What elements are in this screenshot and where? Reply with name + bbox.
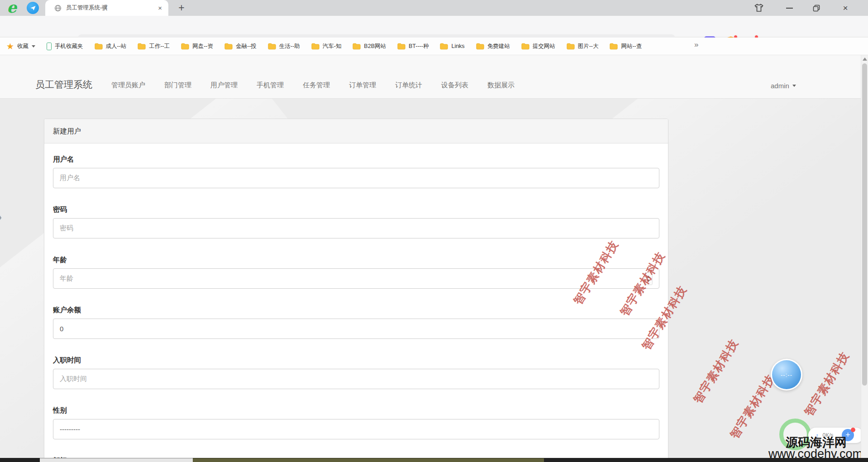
form-group: 用户名用户名 — [53, 154, 659, 188]
navbar-link[interactable]: 用户管理 — [210, 81, 238, 90]
bookmark-folder[interactable]: 网站--查 — [610, 43, 642, 50]
paper-plane-icon[interactable] — [27, 2, 39, 14]
input-field[interactable]: 入职时间 — [53, 369, 659, 389]
folder-icon — [268, 43, 276, 50]
floating-clock-widget[interactable]: --:-- — [771, 359, 802, 391]
folder-icon — [181, 43, 189, 50]
bookmark-folder[interactable]: 生活--助 — [268, 43, 300, 50]
folder-icon — [610, 43, 618, 50]
new-tab-button[interactable]: + — [175, 1, 188, 14]
folder-icon — [521, 43, 529, 50]
favorites-button[interactable]: ★ 收藏 — [6, 42, 35, 51]
bookmark-folder[interactable]: 成人--站 — [95, 43, 127, 50]
scroll-up-arrow-icon[interactable] — [863, 57, 867, 61]
field-label: 用户名 — [53, 154, 659, 164]
navbar-links: 管理员账户部门管理用户管理手机管理任务管理订单管理订单统计设备列表数据展示 — [111, 81, 515, 90]
bookmark-folder[interactable]: 工作--工 — [138, 43, 170, 50]
select-field[interactable]: --------- — [53, 419, 659, 439]
folder-icon — [224, 43, 233, 50]
caret-down-icon — [32, 45, 35, 48]
input-field[interactable]: 用户名 — [53, 168, 659, 188]
folder-icon — [476, 43, 484, 50]
folder-icon — [397, 43, 405, 50]
navbar-link[interactable]: 订单统计 — [395, 81, 422, 90]
input-field[interactable]: 密码 — [53, 218, 659, 238]
bookmark-folder[interactable]: 免费建站 — [476, 43, 510, 50]
taskbar-edge — [0, 458, 868, 462]
bookmark-folder[interactable]: B2B网站 — [353, 43, 386, 50]
page-scrollbar[interactable] — [861, 55, 868, 462]
form-group: 密码密码 — [53, 205, 659, 238]
new-user-panel: 新建用户 用户名用户名密码密码年龄年龄账户余额0入职时间入职时间性别------… — [44, 119, 668, 462]
watermark-text: 智宇素材科技 — [727, 372, 778, 442]
page-viewport: 员工管理系统 管理员账户部门管理用户管理手机管理任务管理订单管理订单统计设备列表… — [0, 55, 868, 462]
site-brand[interactable]: 员工管理系统 — [35, 78, 92, 91]
field-label: 年龄 — [53, 255, 659, 264]
bookmarks-bar: ★ 收藏 手机收藏夹 成人--站工作--工网盘--资金融--投生活--助汽车-知… — [0, 38, 868, 55]
browser-tab[interactable]: 员工管理系统-骥 × — [45, 0, 168, 16]
browser-toolbar: http://127.0.0.1:8000/user/model/form/ad… — [0, 16, 868, 37]
field-label: 密码 — [53, 205, 659, 214]
folder-icon — [567, 43, 575, 50]
watermark-text: 智宇素材科技 — [801, 349, 853, 419]
site-navbar: 员工管理系统 管理员账户部门管理用户管理手机管理任务管理订单管理订单统计设备列表… — [0, 55, 868, 99]
bookmark-phone-folder[interactable]: 手机收藏夹 — [47, 43, 83, 50]
restore-button[interactable] — [806, 0, 826, 16]
folder-icon — [95, 43, 103, 50]
bookmark-folder[interactable]: 提交网站 — [521, 43, 555, 50]
navbar-link[interactable]: 订单管理 — [349, 81, 376, 90]
watermark-text: 智宇素材科技 — [690, 336, 742, 406]
bookmark-folder[interactable]: 金融--投 — [224, 43, 257, 50]
navbar-link[interactable]: 管理员账户 — [111, 81, 145, 90]
user-menu[interactable]: admin — [771, 82, 796, 90]
navbar-link[interactable]: 设备列表 — [441, 81, 468, 90]
folder-icon — [353, 43, 361, 50]
phone-icon — [47, 43, 52, 50]
form-group: 入职时间入职时间 — [53, 355, 659, 389]
tab-title: 员工管理系统-骥 — [66, 4, 158, 12]
bookmark-folder[interactable]: Links — [440, 43, 464, 50]
navbar-link[interactable]: 部门管理 — [164, 81, 191, 90]
navbar-link[interactable]: 手机管理 — [257, 81, 284, 90]
star-icon: ★ — [6, 42, 14, 51]
theme-shirt-icon[interactable] — [749, 0, 769, 16]
navbar-link[interactable]: 任务管理 — [303, 81, 330, 90]
browser-logo-icon[interactable]: e — [4, 0, 20, 15]
folder-icon — [138, 43, 146, 50]
form-group: 账户余额0 — [53, 305, 659, 339]
bookmark-folder[interactable]: 网盘--资 — [181, 43, 213, 50]
browser-tab-bar: e 员工管理系统-骥 × + × — [0, 0, 868, 16]
navbar-link[interactable]: 数据展示 — [487, 81, 515, 90]
globe-icon — [54, 5, 62, 12]
folder-icon — [311, 43, 320, 50]
field-label: 入职时间 — [53, 355, 659, 365]
bookmark-folder[interactable]: BT----种 — [397, 43, 429, 50]
folder-icon — [440, 43, 448, 50]
input-field[interactable]: 年龄 — [53, 268, 659, 289]
form-group: 性别--------- — [53, 405, 659, 439]
bookmark-folder[interactable]: 汽车-知 — [311, 43, 342, 50]
tab-close-icon[interactable]: × — [158, 4, 162, 12]
minimize-button[interactable] — [779, 0, 799, 16]
side-panel-toggle[interactable]: › — [0, 211, 2, 224]
caret-down-icon — [792, 85, 796, 87]
notification-dot — [851, 428, 855, 432]
form-fields: 用户名用户名密码密码年龄年龄账户余额0入职时间入职时间性别---------部门 — [44, 143, 668, 462]
input-field[interactable]: 0 — [53, 319, 659, 339]
bookmark-folder[interactable]: 图片--大 — [567, 43, 599, 50]
scrollbar-thumb[interactable] — [862, 63, 867, 386]
field-label: 性别 — [53, 405, 659, 415]
window-close-icon[interactable]: × — [835, 0, 855, 16]
field-label: 账户余额 — [53, 305, 659, 314]
bookmarks-overflow-button[interactable]: » — [694, 40, 698, 49]
form-group: 年龄年龄 — [53, 255, 659, 289]
panel-title: 新建用户 — [44, 119, 668, 143]
